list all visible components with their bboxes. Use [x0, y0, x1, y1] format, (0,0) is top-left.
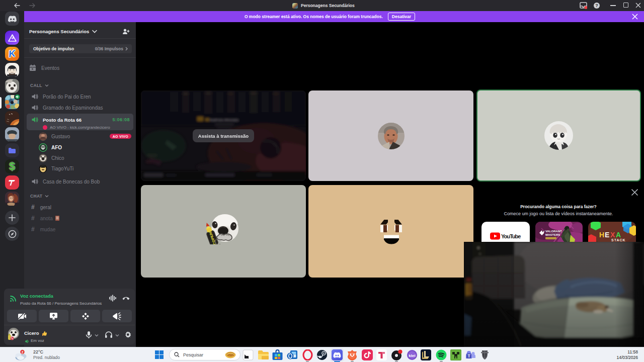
- svg-text:A: A: [616, 231, 621, 239]
- svg-text:MASTERS: MASTERS: [545, 233, 560, 236]
- svg-text:X: X: [610, 231, 615, 239]
- svg-text:klei: klei: [409, 353, 415, 358]
- svg-text:E: E: [605, 231, 609, 239]
- svg-text:H: H: [599, 231, 604, 239]
- svg-text:VALORANT: VALORANT: [545, 230, 562, 233]
- svg-text:STACK: STACK: [611, 238, 626, 242]
- svg-text:2: 2: [22, 350, 24, 354]
- svg-text:T: T: [467, 353, 470, 358]
- svg-text:?: ?: [595, 3, 598, 8]
- svg-text:YouTube: YouTube: [501, 233, 521, 239]
